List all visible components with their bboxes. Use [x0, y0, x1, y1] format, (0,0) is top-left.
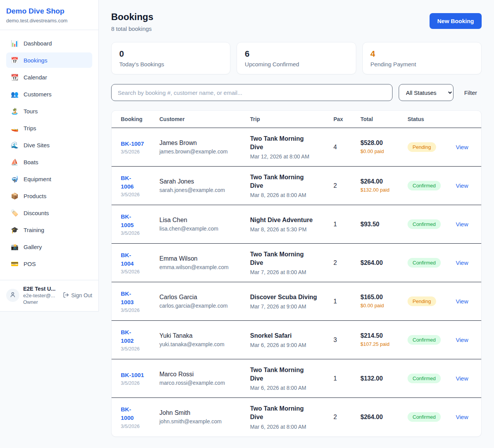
- booking-id-link[interactable]: BK-1003: [121, 290, 150, 307]
- pax-count: 2: [329, 167, 356, 205]
- total-amount: $528.00: [360, 140, 398, 147]
- tag-icon: 🏷️: [11, 209, 19, 217]
- table-row: BK-10023/5/2026 Yuki Tanakayuki.tanaka@e…: [112, 321, 482, 359]
- pax-count: 3: [329, 321, 356, 359]
- trip-datetime: Mar 7, 2026 at 8:00 AM: [250, 269, 324, 275]
- sidebar-item-label: Equipment: [24, 176, 51, 182]
- trip-datetime: Mar 6, 2026 at 9:00 AM: [250, 342, 324, 348]
- table-row: BK-10033/5/2026 Carlos Garciacarlos.garc…: [112, 282, 482, 321]
- stat-label: Upcoming Confirmed: [245, 61, 348, 67]
- view-link[interactable]: View: [456, 337, 468, 343]
- sidebar-item-label: Gallery: [24, 244, 42, 250]
- view-link[interactable]: View: [456, 375, 468, 382]
- bookings-table-card: Booking Customer Trip Pax Total Status B…: [111, 110, 482, 437]
- total-amount: $132.00: [360, 375, 398, 382]
- sidebar-item-gallery[interactable]: 📸Gallery: [6, 239, 92, 254]
- paid-amount: $0.00 paid: [360, 302, 392, 309]
- booking-id-link[interactable]: BK-1004: [121, 251, 150, 268]
- sidebar-item-discounts[interactable]: 🏷️Discounts: [6, 205, 92, 221]
- customer-name: Lisa Chen: [159, 217, 241, 224]
- status-badge: Confirmed: [408, 219, 441, 229]
- booking-id-link[interactable]: BK-1006: [121, 174, 150, 191]
- booking-id-link[interactable]: BK-1002: [121, 328, 150, 345]
- search-input[interactable]: [111, 84, 392, 101]
- status-filter-select[interactable]: All Statuses: [399, 84, 453, 101]
- trip-datetime: Mar 6, 2026 at 8:00 AM: [250, 385, 324, 391]
- people-icon: 👥: [11, 91, 19, 98]
- new-booking-button[interactable]: New Booking: [430, 13, 482, 29]
- user-role: Owner: [23, 299, 59, 305]
- person-icon: [9, 291, 16, 300]
- sign-out-button[interactable]: Sign Out: [63, 292, 92, 299]
- booking-date: 3/5/2026: [121, 149, 150, 155]
- sidebar-item-dashboard[interactable]: 📊Dashboard: [6, 35, 92, 51]
- sidebar-item-trips[interactable]: 🚤Trips: [6, 120, 92, 136]
- column-header-customer: Customer: [155, 111, 245, 128]
- sidebar-item-calendar[interactable]: 📆Calendar: [6, 69, 92, 85]
- user-name: E2E Test U...: [23, 286, 59, 292]
- sidebar-item-training[interactable]: 🎓Training: [6, 222, 92, 237]
- sidebar-item-pos[interactable]: 💳POS: [6, 256, 92, 271]
- booking-date: 3/5/2026: [121, 381, 150, 386]
- trip-name: Discover Scuba Diving: [250, 293, 318, 301]
- pax-count: 1: [329, 359, 356, 398]
- view-link[interactable]: View: [456, 259, 468, 266]
- camera-icon: 📸: [11, 243, 19, 251]
- sidebar-item-customers[interactable]: 👥Customers: [6, 86, 92, 102]
- page-title: Bookings: [111, 12, 153, 22]
- customer-email: james.brown@example.com: [159, 148, 241, 155]
- booking-date: 3/5/2026: [121, 231, 150, 236]
- paid-amount: $132.00 paid: [360, 187, 392, 194]
- total-amount: $264.00: [360, 414, 398, 421]
- sidebar-item-dive-sites[interactable]: 🌊Dive Sites: [6, 137, 92, 153]
- column-header-total: Total: [356, 111, 403, 128]
- avatar: [6, 289, 19, 302]
- status-badge: Confirmed: [408, 412, 441, 422]
- customer-email: yuki.tanaka@example.com: [159, 341, 241, 347]
- view-link[interactable]: View: [456, 298, 468, 305]
- booking-id-link[interactable]: BK-1001: [121, 371, 150, 379]
- view-link[interactable]: View: [456, 144, 468, 150]
- sidebar-item-products[interactable]: 📦Products: [6, 188, 92, 204]
- status-badge: Confirmed: [408, 335, 441, 345]
- sidebar-item-equipment[interactable]: 🤿Equipment: [6, 171, 92, 187]
- sidebar-item-boats[interactable]: ⛵Boats: [6, 154, 92, 170]
- paid-amount: $0.00 paid: [360, 148, 392, 155]
- table-row: BK-10043/5/2026 Emma Wilsonemma.wilson@e…: [112, 244, 482, 282]
- paid-amount: $107.25 paid: [360, 341, 392, 348]
- trip-name: Two Tank Morning Dive: [250, 135, 318, 152]
- stat-label: Pending Payment: [370, 61, 474, 67]
- calendar-icon: 📅: [11, 57, 19, 64]
- pax-count: 4: [329, 128, 356, 167]
- booking-id-link[interactable]: BK-1005: [121, 212, 150, 229]
- customer-name: Carlos Garcia: [159, 294, 241, 301]
- sidebar-item-label: Calendar: [24, 74, 47, 81]
- brand-name: Demo Dive Shop: [6, 7, 92, 15]
- column-header-pax: Pax: [329, 111, 356, 128]
- view-link[interactable]: View: [456, 221, 468, 227]
- trip-datetime: Mar 7, 2026 at 9:00 AM: [250, 303, 324, 310]
- sidebar-item-label: POS: [24, 261, 36, 267]
- trip-name: Night Dive Adventure: [250, 216, 318, 224]
- credit-card-icon: 💳: [11, 260, 19, 268]
- booking-id-link[interactable]: BK-1007: [121, 140, 150, 148]
- trip-name: Two Tank Morning Dive: [250, 404, 318, 422]
- pax-count: 2: [329, 398, 356, 436]
- view-link[interactable]: View: [456, 414, 468, 420]
- status-badge: Pending: [408, 296, 436, 306]
- sign-out-label: Sign Out: [71, 292, 92, 298]
- booking-date: 3/5/2026: [121, 192, 150, 197]
- trip-name: Two Tank Morning Dive: [250, 173, 318, 190]
- page-subtitle: 8 total bookings: [111, 25, 153, 32]
- sidebar-item-tours[interactable]: 🏝️Tours: [6, 103, 92, 119]
- stat-value: 4: [370, 49, 474, 59]
- filter-button[interactable]: Filter: [460, 89, 482, 96]
- sidebar-item-label: Dive Sites: [24, 142, 50, 148]
- sidebar-item-bookings[interactable]: 📅Bookings: [6, 52, 92, 68]
- view-link[interactable]: View: [456, 182, 468, 189]
- booking-id-link[interactable]: BK-1000: [121, 405, 150, 422]
- bar-chart-icon: 📊: [11, 40, 19, 47]
- user-footer: E2E Test U... e2e-tester@... Owner Sign …: [0, 280, 98, 311]
- sidebar-nav: 📊Dashboard 📅Bookings 📆Calendar 👥Customer…: [0, 30, 98, 280]
- sidebar-item-label: Products: [24, 193, 46, 199]
